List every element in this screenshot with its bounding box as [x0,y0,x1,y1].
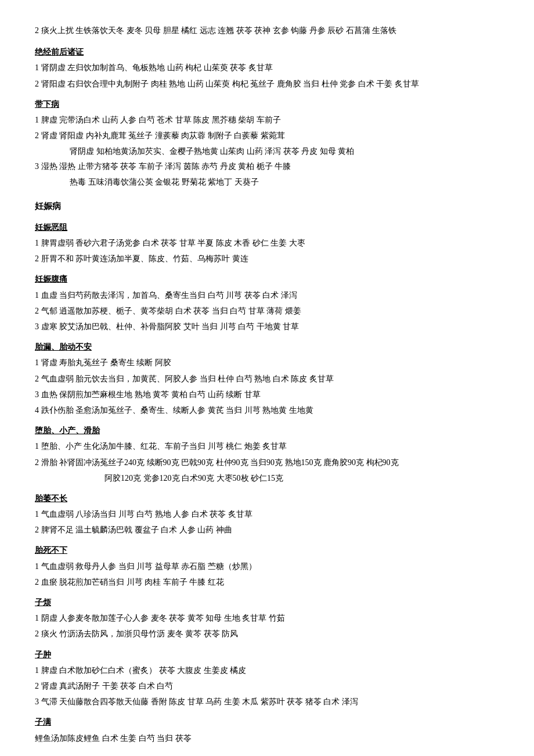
section-menopause: 绝经前后诸证 1 肾阴虚 左归饮加制首乌、龟板熟地 山药 枸杞 山茱萸 茯苓 炙… [35,45,499,91]
fullness-line-1: 鲤鱼汤加陈皮鲤鱼 白术 生姜 白芍 当归 茯苓 [35,731,499,746]
fetal-restless-header: 胎漏、胎动不安 [35,340,499,354]
section-fetal-growth: 胎萎不长 1 气血虚弱 八珍汤当归 川芎 白芍 熟地 人参 白术 茯苓 炙甘草 … [35,491,499,538]
restlessness-header: 子烦 [35,595,499,610]
restlessness-line-1: 1 阴虚 人参麦冬散加莲子心人参 麦冬 茯苓 黄芩 知母 生地 炙甘草 竹茹 [35,611,499,625]
nausea-line-2: 2 肝胃不和 苏叶黄连汤加半夏、陈皮、竹茹、乌梅苏叶 黄连 [35,251,499,266]
section-fullness: 子满 鲤鱼汤加陈皮鲤鱼 白术 生姜 白芍 当归 茯苓 [35,715,499,745]
pregnancy-title: 妊娠病 [35,199,499,214]
miscarriage-line-2: 2 滑胎 补肾固冲汤菟丝子240克 续断90克 巴戟90克 杜仲90克 当归90… [35,455,499,470]
fetal-growth-line-2: 2 脾肾不足 温土毓麟汤巴戟 覆盆子 白术 人参 山药 神曲 [35,523,499,537]
edema-line-1: 1 脾虚 白术散加砂仁白术（蜜炙） 茯苓 大腹皮 生姜皮 橘皮 [35,663,499,678]
fetal-restless-line-1: 1 肾虚 寿胎丸菟丝子 桑寄生 续断 阿胶 [35,355,499,370]
miscarriage-line-1: 1 堕胎、小产 生化汤加牛膝、红花、车前子当归 川芎 桃仁 炮姜 炙甘草 [35,439,499,453]
restlessness-line-2: 2 痰火 竹沥汤去防风，加浙贝母竹沥 麦冬 黄芩 茯苓 防风 [35,627,499,641]
leukorrhea-line-2: 2 肾虚 肾阳虚 内补丸鹿茸 菟丝子 潼蒺藜 肉苁蓉 制附子 白蒺藜 紫菀茸 [35,128,499,143]
edema-header: 子肿 [35,647,499,662]
fetal-restless-line-4: 4 跌仆伤胎 圣愈汤加菟丝子、桑寄生、续断人参 黄芪 当归 川芎 熟地黄 生地黄 [35,403,499,417]
fetal-restless-line-2: 2 气血虚弱 胎元饮去当归，加黄芪、阿胶人参 当归 杜仲 白芍 熟地 白术 陈皮… [35,372,499,386]
fetal-death-line-2: 2 血瘀 脱花煎加芒硝当归 川芎 肉桂 车前子 牛膝 红花 [35,575,499,589]
leukorrhea-header: 带下病 [35,97,499,111]
fetal-death-header: 胎死不下 [35,543,499,557]
abdominal-line-1: 1 血虚 当归芍药散去泽泻，加首乌、桑寄生当归 白芍 川芎 茯苓 白术 泽泻 [35,288,499,303]
top-line-1: 2 痰火上扰 生铁落饮天冬 麦冬 贝母 胆星 橘红 远志 连翘 茯苓 茯神 玄参… [35,23,499,38]
page-content: 2 痰火上扰 生铁落饮天冬 麦冬 贝母 胆星 橘红 远志 连翘 茯苓 茯神 玄参… [35,23,499,746]
edema-line-3: 3 气滞 天仙藤散合四苓散天仙藤 香附 陈皮 甘草 乌药 生姜 木瓜 紫苏叶 茯… [35,694,499,709]
miscarriage-header: 堕胎、小产、滑胎 [35,423,499,438]
nausea-header: 妊娠恶阻 [35,220,499,235]
fullness-header: 子满 [35,715,499,729]
leukorrhea-line-5: 热毒 五味消毒饮蒲公英 金银花 野菊花 紫地丁 天葵子 [35,175,499,189]
edema-line-2: 2 肾虚 真武汤附子 干姜 茯苓 白术 白芍 [35,679,499,693]
menopause-line-2: 2 肾阳虚 右归饮合理中丸制附子 肉桂 熟地 山药 山茱萸 枸杞 菟丝子 鹿角胶… [35,77,499,91]
menopause-header: 绝经前后诸证 [35,45,499,59]
leukorrhea-line-3: 肾阴虚 知柏地黄汤加芡实、金樱子熟地黄 山茱肉 山药 泽泻 茯苓 丹皮 知母 黄… [35,144,499,159]
section-edema: 子肿 1 脾虚 白术散加砂仁白术（蜜炙） 茯苓 大腹皮 生姜皮 橘皮 2 肾虚 … [35,647,499,710]
nausea-line-1: 1 脾胃虚弱 香砂六君子汤党参 白术 茯苓 甘草 半夏 陈皮 木香 砂仁 生姜 … [35,236,499,250]
miscarriage-line-3: 阿胶120克 党参120克 白术90克 大枣50枚 砂仁15克 [35,471,499,485]
menopause-line-1: 1 肾阴虚 左归饮加制首乌、龟板熟地 山药 枸杞 山茱萸 茯苓 炙甘草 [35,60,499,75]
abdominal-pain-header: 妊娠腹痛 [35,272,499,286]
top-line-text: 2 痰火上扰 生铁落饮天冬 麦冬 贝母 胆星 橘红 远志 连翘 茯苓 茯神 玄参… [35,23,499,38]
section-pregnancy: 妊娠病 妊娠恶阻 1 脾胃虚弱 香砂六君子汤党参 白术 茯苓 甘草 半夏 陈皮 … [35,199,499,485]
abdominal-line-3: 3 虚寒 胶艾汤加巴戟、杜仲、补骨脂阿胶 艾叶 当归 川芎 白芍 干地黄 甘草 [35,319,499,334]
section-fetal-death: 胎死不下 1 气血虚弱 救母丹人参 当归 川芎 益母草 赤石脂 苎糖（炒黑） 2… [35,543,499,589]
abdominal-line-2: 2 气郁 逍遥散加苏梗、栀子、黄芩柴胡 白术 茯苓 当归 白芍 甘草 薄荷 煨姜 [35,304,499,318]
fetal-growth-line-1: 1 气血虚弱 八珍汤当归 川芎 白芍 熟地 人参 白术 茯苓 炙甘草 [35,507,499,521]
leukorrhea-line-4: 3 湿热 湿热 止带方猪苓 茯苓 车前子 泽泻 茵陈 赤芍 丹皮 黄柏 栀子 牛… [35,159,499,174]
fetal-death-line-1: 1 气血虚弱 救母丹人参 当归 川芎 益母草 赤石脂 苎糖（炒黑） [35,559,499,574]
leukorrhea-line-1: 1 脾虚 完带汤白术 山药 人参 白芍 苍术 甘草 陈皮 黑芥穗 柴胡 车前子 [35,113,499,127]
fetal-restless-line-3: 3 血热 保阴煎加苎麻根生地 熟地 黄芩 黄柏 白芍 山药 续断 甘草 [35,387,499,402]
section-restlessness: 子烦 1 阴虚 人参麦冬散加莲子心人参 麦冬 茯苓 黄芩 知母 生地 炙甘草 竹… [35,595,499,642]
fetal-growth-header: 胎萎不长 [35,491,499,506]
section-leukorrhea: 带下病 1 脾虚 完带汤白术 山药 人参 白芍 苍术 甘草 陈皮 黑芥穗 柴胡 … [35,97,499,189]
